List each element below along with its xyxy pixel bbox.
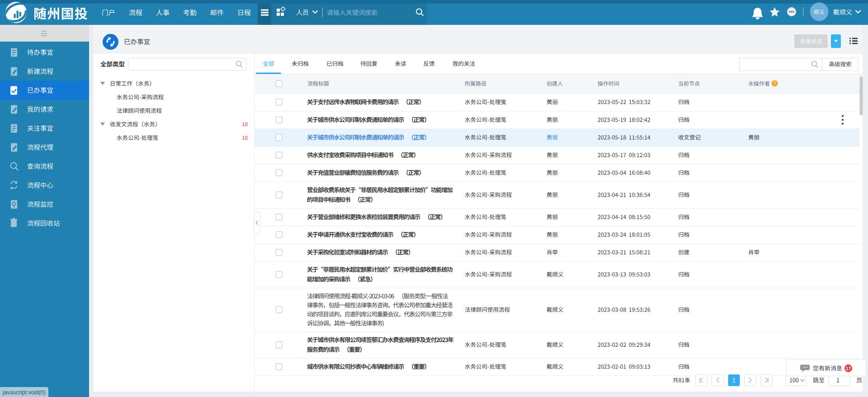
svg-text:javascript:void(0): javascript:void(0) [2,389,45,396]
